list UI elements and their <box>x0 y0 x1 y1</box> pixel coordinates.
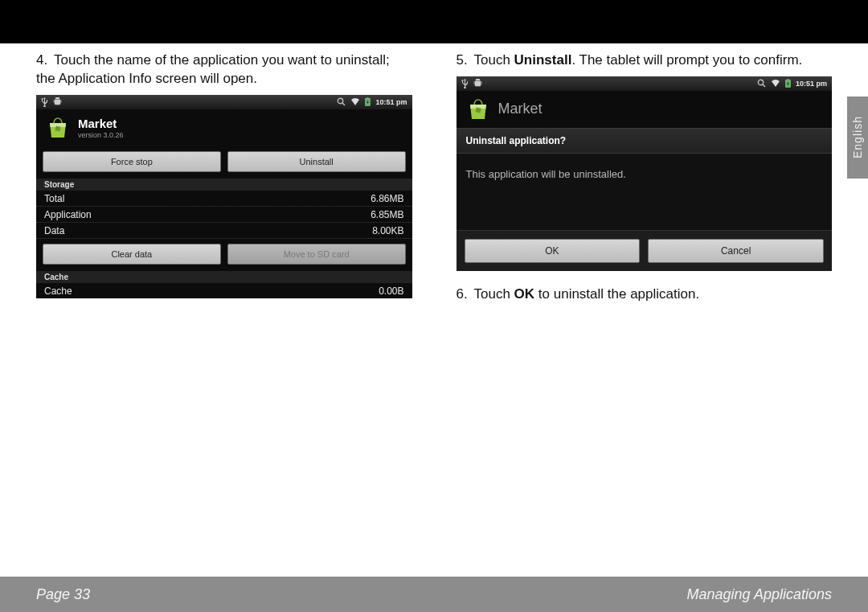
app-name-dim: Market <box>498 101 542 117</box>
status-left-icons <box>41 97 62 107</box>
wifi-icon <box>771 80 780 88</box>
svg-point-5 <box>758 80 763 85</box>
button-row-storage: Clear data Move to SD card <box>36 239 412 271</box>
cancel-button[interactable]: Cancel <box>648 239 824 263</box>
ok-button[interactable]: OK <box>465 239 641 263</box>
right-column: 5.Touch Uninstall. The tablet will promp… <box>457 51 833 310</box>
usb-icon <box>41 97 48 107</box>
clear-data-button[interactable]: Clear data <box>43 244 221 265</box>
android-debug-icon <box>53 97 62 106</box>
step-5: 5.Touch Uninstall. The tablet will promp… <box>457 51 833 70</box>
svg-point-0 <box>338 99 343 104</box>
total-label: Total <box>44 193 64 204</box>
step-6-num: 6. <box>457 285 474 304</box>
force-stop-button[interactable]: Force stop <box>43 151 221 172</box>
step-5-bold: Uninstall <box>514 52 572 68</box>
svg-rect-8 <box>787 80 788 80</box>
storage-row-data: Data 8.00KB <box>36 223 412 239</box>
footer-section-title: Managing Applications <box>687 586 832 603</box>
status-left-icons-2 <box>461 79 482 88</box>
step-6-text-b: to uninstall the application. <box>534 286 699 302</box>
cache-label: Cache <box>44 285 72 297</box>
cache-row: Cache 0.00B <box>36 283 412 298</box>
storage-section-label: Storage <box>36 179 412 191</box>
data-label: Data <box>44 225 64 236</box>
storage-row-application: Application 6.85MB <box>36 207 412 223</box>
total-value: 6.86MB <box>371 193 403 204</box>
page-top-black-bar <box>0 0 868 43</box>
step-5-num: 5. <box>457 51 474 70</box>
footer-page-number: Page 33 <box>36 586 90 603</box>
page-footer: Page 33 Managing Applications <box>0 577 868 612</box>
content-area: 4.Touch the name of the application you … <box>0 43 868 310</box>
move-to-sd-button[interactable]: Move to SD card <box>227 244 406 265</box>
battery-charging-icon <box>785 79 791 88</box>
status-right-icons-2: 10:51 pm <box>757 79 827 88</box>
uninstall-button[interactable]: Uninstall <box>227 151 406 172</box>
battery-charging-icon <box>365 97 371 106</box>
left-column: 4.Touch the name of the application you … <box>36 51 412 310</box>
status-right-icons: 10:51 pm <box>337 97 407 106</box>
app-name: Market <box>78 117 124 130</box>
step-6-bold: OK <box>514 286 535 302</box>
app-header: Market version 3.0.26 <box>36 109 412 146</box>
svg-line-1 <box>342 103 345 105</box>
step-4-text: Touch the name of the application you wa… <box>36 52 390 86</box>
svg-rect-9 <box>475 107 481 113</box>
application-label: Application <box>44 209 92 220</box>
svg-rect-4 <box>55 125 60 131</box>
status-time-2: 10:51 pm <box>796 80 827 88</box>
svg-rect-3 <box>367 98 369 99</box>
status-time: 10:51 pm <box>375 98 407 106</box>
search-status-icon <box>337 97 346 106</box>
status-bar: 10:51 pm <box>36 95 412 109</box>
screenshot-uninstall-dialog: 10:51 pm Market Uninstall application? T <box>457 76 833 271</box>
search-status-icon <box>757 79 766 88</box>
step-6-text-a: Touch <box>474 286 514 302</box>
status-bar-2: 10:51 pm <box>457 76 833 91</box>
step-5-text-b: . The tablet will prompt you to confirm. <box>571 52 802 68</box>
application-value: 6.85MB <box>371 209 403 220</box>
storage-row-total: Total 6.86MB <box>36 191 412 207</box>
dialog-button-row: OK Cancel <box>457 230 833 271</box>
usb-icon <box>461 79 469 88</box>
step-4: 4.Touch the name of the application you … <box>36 51 412 88</box>
cache-section-label: Cache <box>36 271 412 283</box>
cache-value: 0.00B <box>379 285 403 297</box>
app-header-2: Market <box>457 91 833 128</box>
button-row-top: Force stop Uninstall <box>36 146 412 179</box>
dialog-title: Uninstall application? <box>466 135 823 146</box>
app-title-block: Market version 3.0.26 <box>78 117 124 139</box>
step-5-text-a: Touch <box>474 52 514 68</box>
svg-line-6 <box>763 84 765 87</box>
step-4-num: 4. <box>36 51 54 70</box>
screenshot-app-info: 10:51 pm Market version 3.0.26 <box>36 95 412 298</box>
market-bag-icon <box>46 116 70 140</box>
wifi-icon <box>350 98 360 106</box>
step-6: 6.Touch OK to uninstall the application. <box>457 285 833 304</box>
dialog-message: This application will be uninstalled. <box>457 154 833 230</box>
dialog-header: Uninstall application? <box>457 128 833 154</box>
app-version: version 3.0.26 <box>78 131 124 139</box>
android-debug-icon <box>473 79 482 88</box>
data-value: 8.00KB <box>372 225 403 236</box>
language-tab-english[interactable]: English <box>847 97 868 179</box>
market-bag-icon <box>466 97 490 121</box>
